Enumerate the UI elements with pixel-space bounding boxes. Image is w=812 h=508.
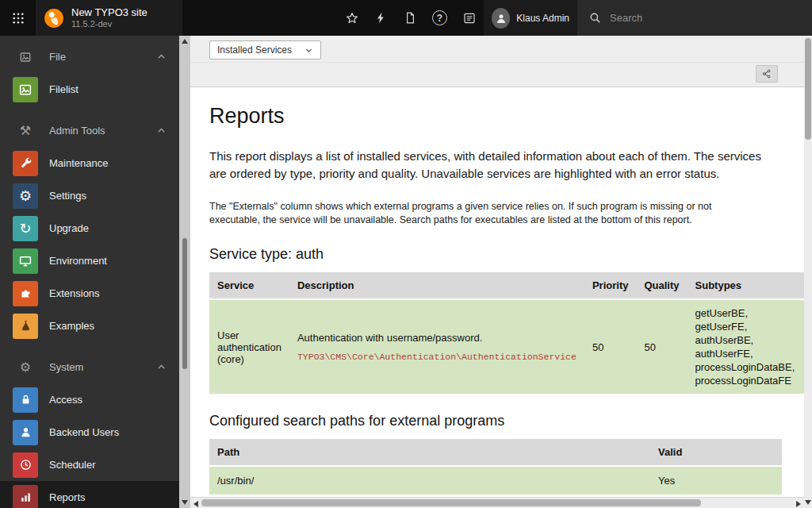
chevron-up-icon bbox=[156, 362, 167, 372]
user-menu-button[interactable]: Klaus Admin bbox=[484, 0, 577, 36]
gear-icon: ⚙ bbox=[13, 360, 38, 375]
sidebar-item-maintenance[interactable]: Maintenance bbox=[0, 147, 179, 179]
service-type-heading: Service type: auth bbox=[209, 246, 804, 263]
sidebar-item-label: Scheduler bbox=[49, 459, 96, 471]
chevron-down-icon bbox=[304, 46, 313, 55]
service-cell: User authentication (core) bbox=[209, 299, 289, 394]
sidebar-item-extensions[interactable]: Extensions bbox=[0, 277, 179, 310]
lock-icon bbox=[13, 387, 38, 413]
group-label: System bbox=[49, 361, 83, 373]
sidebar-item-scheduler[interactable]: Scheduler bbox=[0, 448, 179, 481]
module-group-admin-tools: ⚒ Admin Tools Maintenance ⚙ Settings ↻ U… bbox=[0, 114, 179, 342]
sidebar-item-label: Filelist bbox=[49, 83, 79, 95]
group-header-file[interactable]: File bbox=[0, 40, 179, 73]
module-group-file: File Filelist bbox=[0, 40, 179, 106]
sidebar-item-label: Access bbox=[49, 394, 82, 406]
search-icon bbox=[588, 11, 602, 25]
col-header-priority: Priority bbox=[584, 272, 637, 299]
col-header-service: Service bbox=[209, 272, 289, 299]
sidebar-item-environment[interactable]: Environment bbox=[0, 244, 179, 277]
content-horizontal-scrollbar[interactable] bbox=[190, 497, 804, 508]
sidebar-item-label: Examples bbox=[49, 320, 94, 332]
scroll-right-arrow[interactable] bbox=[796, 501, 801, 507]
priority-cell: 50 bbox=[584, 299, 637, 394]
table-row: User authentication (core) Authenticatio… bbox=[209, 299, 804, 394]
group-header-system[interactable]: ⚙ System bbox=[0, 351, 179, 383]
scrollbar-thumb[interactable] bbox=[805, 38, 811, 140]
system-information-button[interactable] bbox=[454, 0, 484, 36]
username-label: Klaus Admin bbox=[516, 13, 569, 24]
clear-cache-button[interactable] bbox=[366, 0, 396, 36]
sidebar-scrollbar[interactable] bbox=[179, 36, 190, 508]
sidebar-item-upgrade[interactable]: ↻ Upgrade bbox=[0, 212, 179, 244]
dropdown-label: Installed Services bbox=[217, 44, 292, 56]
sidebar-item-settings[interactable]: ⚙ Settings bbox=[0, 179, 179, 212]
sidebar-item-label: Maintenance bbox=[49, 157, 108, 169]
bookmarks-button[interactable] bbox=[337, 0, 366, 36]
report-intro: This report displays a list of installed… bbox=[209, 148, 768, 183]
refresh-icon: ↻ bbox=[13, 216, 38, 241]
global-search bbox=[577, 0, 812, 36]
page-title: Reports bbox=[209, 103, 804, 129]
clock-icon bbox=[13, 452, 38, 478]
help-button[interactable]: ? bbox=[425, 0, 454, 36]
avatar bbox=[492, 8, 510, 29]
reports-module: Reports This report displays a list of i… bbox=[190, 87, 804, 495]
sidebar-item-reports[interactable]: Reports bbox=[0, 481, 179, 508]
wrench-icon bbox=[13, 151, 38, 176]
scroll-up-arrow[interactable] bbox=[182, 39, 188, 44]
scrollbar-thumb[interactable] bbox=[201, 499, 701, 506]
module-content: Installed Services Reports This report d… bbox=[190, 36, 804, 508]
sidebar-item-label: Backend Users bbox=[49, 426, 119, 438]
col-header-path: Path bbox=[209, 439, 650, 466]
chevron-up-icon bbox=[156, 125, 167, 136]
sidebar-item-label: Reports bbox=[49, 491, 86, 503]
sidebar-item-label: Settings bbox=[49, 190, 86, 202]
sidebar-item-access[interactable]: Access bbox=[0, 383, 179, 416]
open-document-button[interactable] bbox=[396, 0, 425, 36]
typo3-logo bbox=[44, 8, 64, 29]
service-class-code: TYPO3\CMS\Core\Authentication\Authentica… bbox=[297, 352, 576, 362]
tools-icon: ⚒ bbox=[13, 123, 38, 138]
group-header-admin-tools[interactable]: ⚒ Admin Tools bbox=[0, 114, 179, 147]
site-title: New TYPO3 site bbox=[71, 7, 147, 19]
col-header-subtypes: Subtypes bbox=[688, 272, 803, 299]
filelist-icon bbox=[13, 77, 38, 102]
sidebar-item-filelist[interactable]: Filelist bbox=[0, 73, 179, 106]
site-link[interactable]: New TYPO3 site 11.5.2-dev bbox=[36, 0, 182, 36]
share-icon bbox=[761, 68, 772, 79]
help-icon: ? bbox=[432, 10, 447, 25]
scroll-left-arrow[interactable] bbox=[193, 501, 198, 507]
col-header-quality: Quality bbox=[636, 272, 687, 299]
gear-icon: ⚙ bbox=[13, 183, 38, 209]
modules-grid-icon bbox=[11, 11, 25, 25]
module-group-system: ⚙ System Access Backend Users bbox=[0, 351, 179, 508]
report-note: The "Externals" column shows which exter… bbox=[209, 200, 763, 227]
flask-icon bbox=[13, 314, 38, 339]
scroll-down-arrow[interactable] bbox=[805, 500, 811, 505]
monitor-icon bbox=[13, 248, 38, 274]
share-button[interactable] bbox=[756, 65, 778, 83]
scrollbar-thumb[interactable] bbox=[182, 238, 187, 369]
quality-cell: 50 bbox=[636, 299, 687, 394]
bookmark-icon bbox=[345, 11, 359, 25]
user-icon bbox=[495, 12, 508, 25]
typo3-backend: New TYPO3 site 11.5.2-dev ? bbox=[0, 0, 812, 508]
search-input[interactable] bbox=[610, 12, 768, 24]
path-cell: /usr/bin/ bbox=[209, 466, 650, 495]
topbar: New TYPO3 site 11.5.2-dev ? bbox=[0, 0, 812, 36]
scroll-down-arrow[interactable] bbox=[182, 500, 188, 505]
col-header-description: Description bbox=[289, 272, 584, 299]
user-icon bbox=[13, 420, 38, 445]
table-row: /usr/bin/ Yes bbox=[209, 466, 782, 495]
description-cell: Authentication with username/password. T… bbox=[289, 299, 584, 394]
sidebar-item-label: Upgrade bbox=[49, 222, 89, 234]
installed-services-dropdown[interactable]: Installed Services bbox=[209, 40, 321, 60]
doc-header: Installed Services bbox=[190, 36, 804, 87]
content-vertical-scrollbar[interactable] bbox=[804, 36, 812, 508]
service-description: Authentication with username/password. bbox=[297, 332, 482, 344]
sidebar-item-examples[interactable]: Examples bbox=[0, 310, 179, 342]
chart-icon bbox=[13, 485, 38, 508]
modules-toggle-button[interactable] bbox=[0, 0, 36, 36]
sidebar-item-backend-users[interactable]: Backend Users bbox=[0, 416, 179, 448]
